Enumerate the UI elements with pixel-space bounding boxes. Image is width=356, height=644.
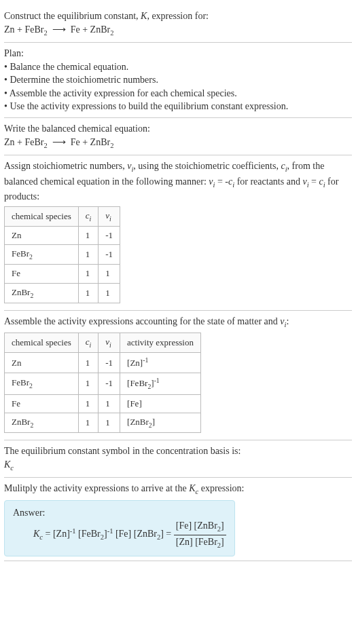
- cell-vi: -1: [99, 245, 120, 265]
- col-species: chemical species: [5, 206, 79, 226]
- assign-section: Assign stoichiometric numbers, νi, using…: [4, 155, 352, 311]
- cell-vi: 1: [99, 413, 120, 432]
- activity-section: Assemble the activity expressions accoun…: [4, 311, 352, 440]
- cell-ci: 1: [78, 265, 99, 283]
- plan-item-text: Determine the stoichiometric numbers.: [10, 75, 158, 85]
- plan-item-text: Assemble the activity expression for eac…: [10, 88, 237, 98]
- cell-vi: 1: [99, 283, 120, 303]
- symbol-section: The equilibrium constant symbol in the c…: [4, 440, 352, 478]
- answer-equation: Kc = [Zn]-1 [FeBr2]-1 [Fe] [ZnBr2] = [Fe…: [33, 519, 226, 550]
- answer-fraction: [Fe] [ZnBr2] [Zn] [FeBr2]: [174, 519, 226, 550]
- prompt-reaction: Zn + FeBr2 ⟶ Fe + ZnBr2: [4, 23, 352, 38]
- table-row: FeBr21-1[FeBr2]-1: [5, 373, 201, 395]
- plan-item: • Use the activity expressions to build …: [4, 100, 352, 113]
- cell-ci: 1: [78, 283, 99, 303]
- answer-label: Answer:: [13, 506, 226, 520]
- cell-species: Fe: [5, 394, 79, 413]
- table-row: Zn1-1: [5, 226, 120, 244]
- frac-denominator: [Zn] [FeBr2]: [174, 535, 226, 550]
- col-ci: ci: [78, 206, 99, 226]
- plan-item-text: Use the activity expressions to build th…: [10, 101, 288, 111]
- frac-numerator: [Fe] [ZnBr2]: [174, 519, 226, 535]
- cell-vi: 1: [99, 394, 120, 413]
- answer-box: Answer: Kc = [Zn]-1 [FeBr2]-1 [Fe] [ZnBr…: [4, 500, 235, 557]
- cell-expr: [Zn]-1: [120, 353, 201, 373]
- cell-ci: 1: [78, 373, 99, 395]
- cell-expr: [FeBr2]-1: [120, 373, 201, 395]
- cell-ci: 1: [78, 245, 99, 265]
- plan-item: • Assemble the activity expression for e…: [4, 87, 352, 100]
- stoich-table: chemical species ci νi Zn1-1 FeBr21-1 Fe…: [4, 206, 120, 303]
- cell-ci: 1: [78, 413, 99, 432]
- symbol-value: Kc: [4, 458, 352, 473]
- col-vi: νi: [99, 333, 120, 353]
- plan-section: Plan: • Balance the chemical equation. •…: [4, 43, 352, 118]
- cell-species: ZnBr2: [5, 413, 79, 432]
- prompt-section: Construct the equilibrium constant, K, e…: [4, 5, 352, 43]
- multiply-section: Mulitply the activity expressions to arr…: [4, 478, 352, 561]
- cell-vi: -1: [99, 226, 120, 244]
- plan-item: • Determine the stoichiometric numbers.: [4, 73, 352, 87]
- prompt-line1: Construct the equilibrium constant, K, e…: [4, 10, 352, 23]
- cell-species: ZnBr2: [5, 283, 79, 303]
- cell-ci: 1: [78, 394, 99, 413]
- table-row: Zn1-1[Zn]-1: [5, 353, 201, 373]
- table-row: ZnBr211: [5, 283, 120, 303]
- assign-text: Assign stoichiometric numbers, νi, using…: [4, 159, 352, 204]
- cell-ci: 1: [78, 226, 99, 244]
- multiply-text: Mulitply the activity expressions to arr…: [4, 482, 352, 497]
- cell-ci: 1: [78, 353, 99, 373]
- cell-species: FeBr2: [5, 373, 79, 395]
- col-ci: ci: [78, 333, 99, 353]
- plan-item-text: Balance the chemical equation.: [10, 62, 128, 72]
- cell-species: Zn: [5, 226, 79, 244]
- cell-expr: [Fe]: [120, 394, 201, 413]
- col-vi: νi: [99, 206, 120, 226]
- table-row: Fe11[Fe]: [5, 394, 201, 413]
- balanced-heading: Write the balanced chemical equation:: [4, 122, 352, 136]
- cell-vi: 1: [99, 265, 120, 283]
- activity-text: Assemble the activity expressions accoun…: [4, 315, 352, 330]
- plan-item: • Balance the chemical equation.: [4, 60, 352, 74]
- table-row: ZnBr211[ZnBr2]: [5, 413, 201, 432]
- col-species: chemical species: [5, 333, 79, 353]
- symbol-text: The equilibrium constant symbol in the c…: [4, 444, 352, 458]
- cell-vi: -1: [99, 353, 120, 373]
- balanced-section: Write the balanced chemical equation: Zn…: [4, 118, 352, 155]
- table-header-row: chemical species ci νi: [5, 206, 120, 226]
- activity-table: chemical species ci νi activity expressi…: [4, 333, 201, 433]
- cell-vi: -1: [99, 373, 120, 395]
- cell-species: FeBr2: [5, 245, 79, 265]
- col-expr: activity expression: [120, 333, 201, 353]
- cell-species: Zn: [5, 353, 79, 373]
- cell-expr: [ZnBr2]: [120, 413, 201, 432]
- balanced-reaction: Zn + FeBr2 ⟶ Fe + ZnBr2: [4, 136, 352, 151]
- table-header-row: chemical species ci νi activity expressi…: [5, 333, 201, 353]
- table-row: FeBr21-1: [5, 245, 120, 265]
- plan-heading: Plan:: [4, 47, 352, 60]
- cell-species: Fe: [5, 265, 79, 283]
- table-row: Fe11: [5, 265, 120, 283]
